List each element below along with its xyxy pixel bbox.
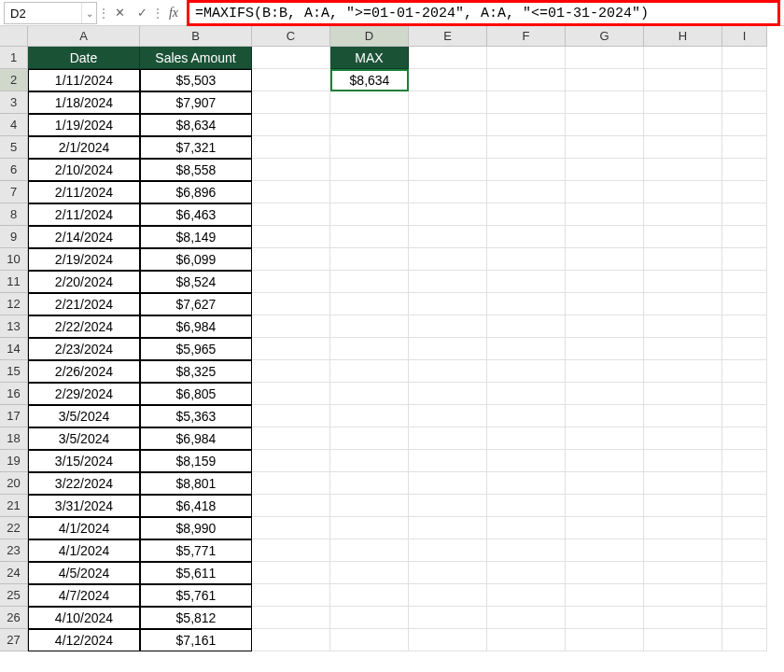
cell-h16[interactable] bbox=[644, 383, 722, 405]
cell-h1[interactable] bbox=[644, 47, 722, 69]
cell-f11[interactable] bbox=[487, 271, 566, 293]
cell-h19[interactable] bbox=[644, 450, 722, 472]
row-header[interactable]: 17 bbox=[0, 405, 28, 427]
cell-h23[interactable] bbox=[644, 539, 722, 562]
confirm-formula-icon[interactable]: ✓ bbox=[133, 2, 151, 23]
name-box-dropdown-icon[interactable]: ⌄ bbox=[81, 3, 96, 23]
cell-h5[interactable] bbox=[644, 136, 722, 159]
cell-h12[interactable] bbox=[644, 293, 722, 315]
cell-f23[interactable] bbox=[487, 539, 566, 562]
cell-f25[interactable] bbox=[487, 584, 566, 607]
cell-a4[interactable]: 1/19/2024 bbox=[28, 114, 140, 136]
cell-e22[interactable] bbox=[409, 517, 487, 539]
cell-d2[interactable]: $8,634 bbox=[330, 69, 409, 91]
cell-b15[interactable]: $8,325 bbox=[140, 360, 252, 383]
cell-c7[interactable] bbox=[252, 181, 330, 203]
cell-c15[interactable] bbox=[252, 360, 330, 383]
row-header[interactable]: 25 bbox=[0, 584, 28, 607]
row-header[interactable]: 11 bbox=[0, 271, 28, 293]
cell-g3[interactable] bbox=[566, 91, 644, 114]
cell-c20[interactable] bbox=[252, 472, 330, 495]
cell-e16[interactable] bbox=[409, 383, 487, 405]
cell-b8[interactable]: $6,463 bbox=[140, 203, 252, 226]
cell-e10[interactable] bbox=[409, 248, 487, 271]
cell-h15[interactable] bbox=[644, 360, 722, 383]
cell-h6[interactable] bbox=[644, 159, 722, 181]
cell-a13[interactable]: 2/22/2024 bbox=[28, 315, 140, 338]
cell-f7[interactable] bbox=[487, 181, 566, 203]
cell-d27[interactable] bbox=[330, 629, 409, 651]
cell-i6[interactable] bbox=[722, 159, 767, 181]
cell-b14[interactable]: $5,965 bbox=[140, 338, 252, 360]
cell-d25[interactable] bbox=[330, 584, 409, 607]
cell-g2[interactable] bbox=[566, 69, 644, 91]
cell-h11[interactable] bbox=[644, 271, 722, 293]
cell-c19[interactable] bbox=[252, 450, 330, 472]
row-header[interactable]: 8 bbox=[0, 203, 28, 226]
cell-b2[interactable]: $5,503 bbox=[140, 69, 252, 91]
cell-b27[interactable]: $7,161 bbox=[140, 629, 252, 651]
cell-b23[interactable]: $5,771 bbox=[140, 539, 252, 562]
cell-g10[interactable] bbox=[566, 248, 644, 271]
cell-a5[interactable]: 2/1/2024 bbox=[28, 136, 140, 159]
cell-b4[interactable]: $8,634 bbox=[140, 114, 252, 136]
cell-d4[interactable] bbox=[330, 114, 409, 136]
cell-a23[interactable]: 4/1/2024 bbox=[28, 539, 140, 562]
cell-i13[interactable] bbox=[722, 315, 767, 338]
cell-i14[interactable] bbox=[722, 338, 767, 360]
cell-h3[interactable] bbox=[644, 91, 722, 114]
cell-f4[interactable] bbox=[487, 114, 566, 136]
cell-g14[interactable] bbox=[566, 338, 644, 360]
cell-e11[interactable] bbox=[409, 271, 487, 293]
cell-a21[interactable]: 3/31/2024 bbox=[28, 495, 140, 517]
cell-h4[interactable] bbox=[644, 114, 722, 136]
row-header[interactable]: 18 bbox=[0, 427, 28, 450]
cell-b17[interactable]: $5,363 bbox=[140, 405, 252, 427]
cell-e2[interactable] bbox=[409, 69, 487, 91]
column-header-b[interactable]: B bbox=[140, 26, 252, 47]
cell-e1[interactable] bbox=[409, 47, 487, 69]
cell-e12[interactable] bbox=[409, 293, 487, 315]
cell-c24[interactable] bbox=[252, 562, 330, 584]
cell-b7[interactable]: $6,896 bbox=[140, 181, 252, 203]
cell-b21[interactable]: $6,418 bbox=[140, 495, 252, 517]
cell-i8[interactable] bbox=[722, 203, 767, 226]
cell-f18[interactable] bbox=[487, 427, 566, 450]
cell-b18[interactable]: $6,984 bbox=[140, 427, 252, 450]
cell-c21[interactable] bbox=[252, 495, 330, 517]
row-header[interactable]: 19 bbox=[0, 450, 28, 472]
cell-f9[interactable] bbox=[487, 226, 566, 248]
cell-c13[interactable] bbox=[252, 315, 330, 338]
cell-a24[interactable]: 4/5/2024 bbox=[28, 562, 140, 584]
cell-b3[interactable]: $7,907 bbox=[140, 91, 252, 114]
cell-b12[interactable]: $7,627 bbox=[140, 293, 252, 315]
cell-d20[interactable] bbox=[330, 472, 409, 495]
cell-h24[interactable] bbox=[644, 562, 722, 584]
cell-i1[interactable] bbox=[722, 47, 767, 69]
cell-h9[interactable] bbox=[644, 226, 722, 248]
cell-d11[interactable] bbox=[330, 271, 409, 293]
cell-d21[interactable] bbox=[330, 495, 409, 517]
row-header[interactable]: 16 bbox=[0, 383, 28, 405]
row-header[interactable]: 5 bbox=[0, 136, 28, 159]
cell-h27[interactable] bbox=[644, 629, 722, 651]
cell-a18[interactable]: 3/5/2024 bbox=[28, 427, 140, 450]
cell-a15[interactable]: 2/26/2024 bbox=[28, 360, 140, 383]
cell-f24[interactable] bbox=[487, 562, 566, 584]
cell-d26[interactable] bbox=[330, 607, 409, 629]
cell-i5[interactable] bbox=[722, 136, 767, 159]
column-header-h[interactable]: H bbox=[644, 26, 722, 47]
cell-a8[interactable]: 2/11/2024 bbox=[28, 203, 140, 226]
cell-c6[interactable] bbox=[252, 159, 330, 181]
cell-a2[interactable]: 1/11/2024 bbox=[28, 69, 140, 91]
cell-i9[interactable] bbox=[722, 226, 767, 248]
row-header[interactable]: 13 bbox=[0, 315, 28, 338]
cell-d6[interactable] bbox=[330, 159, 409, 181]
cell-g21[interactable] bbox=[566, 495, 644, 517]
cell-g5[interactable] bbox=[566, 136, 644, 159]
cell-d3[interactable] bbox=[330, 91, 409, 114]
column-header-e[interactable]: E bbox=[409, 26, 487, 47]
cell-i15[interactable] bbox=[722, 360, 767, 383]
cell-e5[interactable] bbox=[409, 136, 487, 159]
cell-e20[interactable] bbox=[409, 472, 487, 495]
